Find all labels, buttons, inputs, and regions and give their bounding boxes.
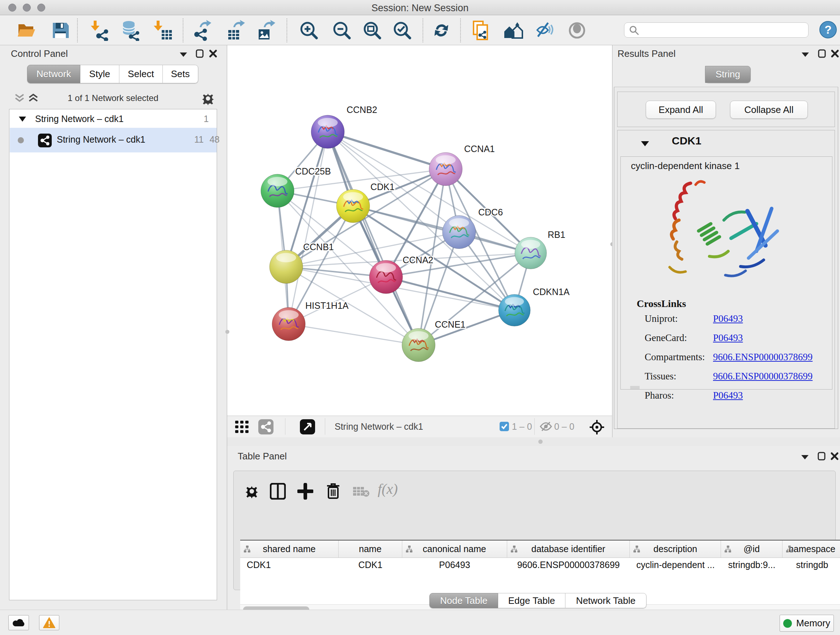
export-network-icon[interactable] [192, 20, 213, 41]
panel-float-icon[interactable] [818, 49, 826, 58]
zoom-in-icon[interactable] [298, 20, 319, 41]
network-options-gear-icon[interactable] [201, 92, 215, 105]
cell[interactable]: P06493 [402, 558, 507, 572]
help-icon[interactable]: ? [819, 21, 837, 39]
network-node-CDK1[interactable]: CDK1 [336, 182, 395, 223]
save-session-icon[interactable] [50, 20, 71, 41]
panel-menu-icon[interactable] [179, 52, 188, 57]
panel-close-icon[interactable] [831, 49, 839, 58]
network-node-HIST1H1A[interactable]: HIST1H1A [272, 301, 349, 340]
node-label-CDC6: CDC6 [478, 207, 503, 217]
crosslink-value[interactable]: P06493 [713, 313, 743, 325]
selected-checkbox-icon[interactable] [500, 422, 509, 431]
tab-network[interactable]: Network [27, 65, 80, 83]
column-header-name[interactable]: name [339, 540, 402, 557]
column-header-shared-name[interactable]: shared name [240, 540, 339, 557]
application-window: Session: New Session [0, 0, 840, 635]
cloud-status-button[interactable] [8, 615, 29, 630]
memory-label: Memory [796, 618, 830, 629]
delete-column-icon[interactable] [325, 482, 341, 500]
collapse-all-button[interactable]: Collapse All [730, 101, 808, 119]
export-image-icon[interactable] [256, 20, 277, 41]
search-input[interactable] [624, 22, 808, 38]
view-toolbar-separator [534, 418, 535, 435]
panel-float-icon[interactable] [818, 452, 826, 461]
view-network-icon[interactable] [258, 419, 273, 434]
export-table-icon[interactable] [225, 20, 246, 41]
cell[interactable]: CDK1 [240, 558, 339, 572]
birds-eye-icon[interactable] [300, 419, 315, 434]
expand-collapse-bar: Expand All Collapse All [617, 92, 835, 127]
crosslink-value[interactable]: P06493 [713, 390, 743, 401]
network-node-CDKN1A[interactable]: CDKN1A [499, 287, 570, 326]
network-node-CCNE1[interactable]: CCNE1 [402, 319, 466, 362]
show-columns-icon[interactable] [270, 483, 286, 500]
tab-style[interactable]: Style [80, 65, 119, 83]
column-header-namespace[interactable]: namespace [783, 540, 840, 557]
refresh-icon[interactable] [431, 20, 452, 41]
network-node-CCNB1[interactable]: CCNB1 [270, 242, 334, 283]
panel-close-icon[interactable] [830, 452, 839, 461]
tab-select[interactable]: Select [119, 65, 163, 83]
expand-all-button[interactable]: Expand All [646, 101, 716, 119]
add-column-icon[interactable] [297, 483, 313, 500]
import-table-file-icon[interactable] [152, 20, 173, 41]
table-panel-splitter[interactable] [227, 437, 840, 446]
panel-menu-icon[interactable] [801, 454, 809, 460]
inner-hscrollbar[interactable] [630, 386, 639, 389]
entry-expander-icon[interactable] [640, 141, 650, 147]
panel-float-icon[interactable] [196, 49, 204, 58]
network-collection-row[interactable]: String Network – cdk1 1 [10, 111, 217, 127]
crosslink-row: GeneCard:P06493 [621, 333, 832, 352]
open-session-icon[interactable] [16, 20, 37, 41]
left-splitter-grip[interactable] [225, 330, 229, 334]
table-settings-gear-icon[interactable] [245, 484, 259, 499]
warnings-button[interactable] [39, 615, 59, 630]
crosslink-value[interactable]: P06493 [713, 333, 743, 344]
node-label-CDC25B: CDC25B [295, 166, 331, 176]
column-header-@id[interactable]: @id [721, 540, 783, 557]
grid-mode-icon[interactable] [235, 421, 251, 434]
crosslink-value[interactable]: 9606.ENSP00000378699 [713, 371, 813, 382]
zoom-out-icon[interactable] [332, 20, 352, 41]
network-node-RB1[interactable]: RB1 [515, 230, 565, 269]
home-icon[interactable] [503, 20, 524, 41]
hide-style-icon[interactable] [534, 20, 554, 41]
tab-edge-table[interactable]: Edge Table [498, 593, 565, 608]
fit-content-crosshair-icon[interactable] [589, 419, 605, 435]
tab-node-table[interactable]: Node Table [429, 593, 498, 608]
table-row[interactable]: CDK1CDK1P064939606.ENSP00000378699cyclin… [240, 558, 840, 572]
network-node-CCNA1[interactable]: CCNA1 [429, 144, 495, 186]
network-row-selected[interactable]: String Network – cdk1 11 48 [10, 128, 217, 152]
view-toolbar-separator [285, 418, 286, 435]
cell[interactable]: stringdb:9... [721, 558, 783, 572]
network-edge-count: 48 [205, 134, 219, 145]
cell[interactable]: 9606.ENSP00000378699 [507, 558, 630, 572]
cell[interactable]: stringdb [783, 558, 840, 572]
results-panel-tabs: String [705, 66, 751, 83]
panel-close-icon[interactable] [209, 49, 218, 58]
cell[interactable]: CDK1 [339, 558, 402, 572]
crosslink-value[interactable]: 9606.ENSP00000378699 [713, 352, 813, 363]
tab-network-table[interactable]: Network Table [565, 593, 646, 608]
zoom-fit-icon[interactable] [362, 20, 383, 41]
memory-button[interactable]: Memory [780, 615, 834, 632]
network-canvas[interactable]: CCNB2CCNA1CDC25BCDK1CDC6RB1CCNB1CCNA2CDK… [227, 45, 612, 437]
crosslink-row: Compartments:9606.ENSP00000378699 [621, 352, 832, 371]
import-network-file-icon[interactable] [89, 20, 111, 41]
column-header-description[interactable]: description [630, 540, 721, 557]
column-header-database-identifier[interactable]: database identifier [507, 540, 630, 557]
toolbar-separator [423, 19, 423, 42]
collection-expander-icon[interactable] [19, 116, 27, 122]
panel-menu-icon[interactable] [801, 52, 810, 57]
cell[interactable]: cyclin-dependent ... [630, 558, 721, 572]
tab-string[interactable]: String [705, 66, 751, 83]
network-node-CDC25B[interactable]: CDC25B [261, 166, 331, 207]
clone-network-icon[interactable] [471, 20, 492, 41]
splitter-grip[interactable] [538, 440, 543, 444]
crosslink-label: Compartments: [645, 352, 705, 363]
zoom-selected-icon[interactable] [392, 20, 413, 41]
column-header-canonical-name[interactable]: canonical name [402, 540, 507, 557]
tab-sets[interactable]: Sets [163, 65, 198, 83]
import-network-database-icon[interactable] [120, 20, 141, 41]
